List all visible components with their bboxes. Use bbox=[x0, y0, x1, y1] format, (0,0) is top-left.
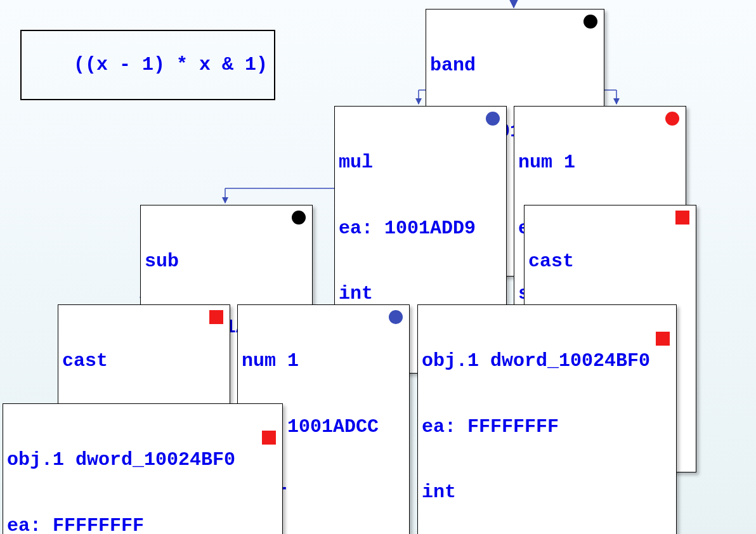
marker-icon bbox=[486, 112, 500, 126]
marker-icon bbox=[209, 310, 223, 324]
marker-icon bbox=[656, 332, 670, 346]
node-op: mul bbox=[339, 152, 502, 174]
expression-text: ((x - 1) * x & 1) bbox=[74, 54, 268, 75]
node-type: int bbox=[422, 481, 672, 504]
marker-icon bbox=[262, 431, 276, 445]
node-op: num 1 bbox=[518, 152, 682, 174]
marker-icon bbox=[389, 310, 403, 324]
node-op: cast bbox=[62, 350, 226, 372]
node-op: band bbox=[430, 55, 600, 77]
node-ea: ea: FFFFFFFF bbox=[422, 416, 672, 438]
node-op: obj.1 dword_10024BF0 bbox=[422, 350, 672, 372]
marker-icon bbox=[292, 211, 306, 225]
node-ea: ea: 1001ADD9 bbox=[339, 218, 502, 240]
node-obj-left[interactable]: obj.1 dword_10024BF0 ea: FFFFFFFF int bbox=[3, 403, 283, 534]
marker-icon bbox=[665, 112, 679, 126]
node-type: int bbox=[339, 283, 502, 305]
node-obj-right[interactable]: obj.1 dword_10024BF0 ea: FFFFFFFF int bbox=[417, 304, 677, 534]
node-op: num 1 bbox=[242, 350, 405, 372]
node-op: sub bbox=[145, 251, 308, 273]
node-op: obj.1 dword_10024BF0 bbox=[7, 449, 278, 471]
marker-icon bbox=[583, 15, 597, 29]
marker-icon bbox=[675, 211, 689, 225]
node-op: cast bbox=[528, 251, 692, 273]
expression-box: ((x - 1) * x & 1) bbox=[20, 30, 275, 100]
node-ea: ea: FFFFFFFF bbox=[7, 515, 278, 535]
diagram-canvas: ((x - 1) * x & 1) band ea: 1001ADDC int … bbox=[0, 0, 756, 534]
